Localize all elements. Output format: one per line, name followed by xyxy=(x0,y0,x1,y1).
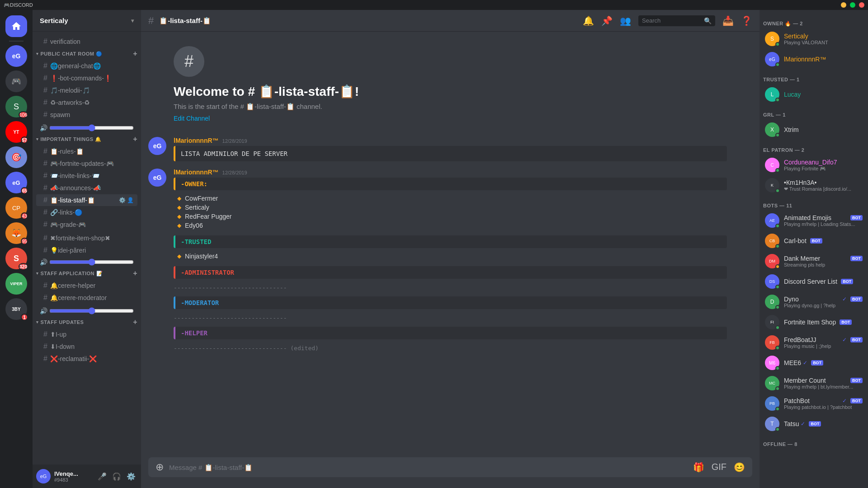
channel-hash-icon: # xyxy=(43,343,47,351)
member-row-fredboat[interactable]: FB FredBoatJJ ✓ BOT Playing music | ;)he… xyxy=(761,333,866,352)
channel-item-links[interactable]: # 🔗-links-🔵 xyxy=(36,206,137,218)
server-icon-2[interactable]: 🎮 xyxy=(5,70,27,92)
sidebar-header[interactable]: Serticaly ▾ xyxy=(33,10,141,32)
member-row-animated-emojis[interactable]: AE Animated Emojis BOT Playing m!help | … xyxy=(761,211,866,230)
channel-hash-icon: # xyxy=(43,147,47,155)
member-status-fis xyxy=(775,325,780,330)
notification-bell-icon[interactable]: 🔔 xyxy=(583,15,594,26)
message-author-2[interactable]: lMarionnnnR™ xyxy=(174,169,219,176)
microphone-icon[interactable]: 🎤 xyxy=(96,470,108,483)
server-icon-s[interactable]: S 320 xyxy=(5,248,27,269)
member-row-dank-memer[interactable]: DM Dank Memer BOT Streaming pls help xyxy=(761,251,866,271)
server-icon-3[interactable]: S 106 xyxy=(5,96,27,117)
channel-item-lista-staff[interactable]: # 📋-lista-staff-📋 ⚙️ 👤 xyxy=(36,194,137,206)
channel-item-i-up[interactable]: # ⬆I-up xyxy=(36,328,137,340)
members-icon[interactable]: 👥 xyxy=(620,15,631,26)
member-row-patchbot[interactable]: PB PatchBot ✓ BOT Playing patchbot.io | … xyxy=(761,394,866,413)
channel-item-cerere-helper[interactable]: # 🔔cerere-helper xyxy=(36,280,137,291)
member-row-tatsu[interactable]: T Tatsu ✓ BOT xyxy=(761,414,866,434)
channel-item-reclamatii[interactable]: # ❌-reclamatii-❌ xyxy=(36,353,137,365)
titlebar: 🎮 DISCORD xyxy=(0,0,868,10)
close-button[interactable] xyxy=(859,2,864,8)
server-name: Serticaly xyxy=(40,17,68,24)
category-header-public-chat[interactable]: ▾ PUBLIC CHAT ROOM 🔵 + xyxy=(33,48,141,60)
volume-slider-2[interactable] xyxy=(49,258,134,266)
channel-hash-icon: # xyxy=(43,294,47,302)
channel-item-verification[interactable]: # verification xyxy=(36,36,137,47)
channel-item-artworks[interactable]: # ♻-artworks-♻ xyxy=(36,97,137,108)
channel-item-fortnite-updates[interactable]: # 🎮-fortnite-updates-🎮 xyxy=(36,158,137,169)
settings-icon[interactable]: ⚙️ xyxy=(125,470,137,483)
channel-item-bot-commands[interactable]: # ❗-bot-commands-❗ xyxy=(36,72,137,84)
pin-icon[interactable]: 📌 xyxy=(601,15,613,26)
member-row-lucay[interactable]: L Lucay xyxy=(761,84,866,104)
member-row-corduneanu[interactable]: C Corduneanu_Difo7 Playing Fortnite 🎮 xyxy=(761,155,866,175)
server-icon-home[interactable] xyxy=(5,15,27,37)
category-add-icon[interactable]: + xyxy=(133,318,137,326)
channel-item-fortnite-shop[interactable]: # ✖fortnite-item-shop✖ xyxy=(36,232,137,244)
channel-hash-icon: # xyxy=(43,62,47,70)
server-icon-fox[interactable]: 🦊 95 xyxy=(5,222,27,244)
category-add-icon[interactable]: + xyxy=(133,50,137,58)
search-bar[interactable]: Search 🔍 xyxy=(638,15,715,26)
main-header: # 📋-lista-staff-📋 🔔 📌 👥 Search 🔍 📥 ❓ xyxy=(141,10,760,32)
member-info-lucay: Lucay xyxy=(784,91,801,98)
category-add-icon[interactable]: + xyxy=(133,135,137,143)
member-avatar-fredboat: FB xyxy=(765,335,779,350)
channel-item-rules[interactable]: # 📋-rules-📋 xyxy=(36,145,137,157)
channel-icon-big: # xyxy=(174,46,204,77)
message-input-wrapper: ⊕ 🎁 GIF 😊 xyxy=(148,457,752,477)
channel-name-i-up: ⬆I-up xyxy=(50,331,134,338)
channel-item-idei-pareri[interactable]: # 💡idei-păreri xyxy=(36,244,137,256)
maximize-button[interactable] xyxy=(850,2,855,8)
channel-item-grade[interactable]: # 🎮-grade-🎮 xyxy=(36,219,137,230)
member-sub-serticaly: Playing VALORANT xyxy=(784,40,828,45)
gift-icon[interactable]: 🎁 xyxy=(693,462,704,473)
message-input[interactable] xyxy=(169,464,688,471)
member-row-serticaly[interactable]: S Serticaly Playing VALORANT xyxy=(761,29,866,49)
member-row-carlbot[interactable]: CB Carl-bot BOT xyxy=(761,231,866,251)
emoji-icon[interactable]: 😊 xyxy=(734,462,745,473)
help-icon[interactable]: ❓ xyxy=(741,15,752,26)
category-header-staff-updates[interactable]: ▾ STAFF UPDATES + xyxy=(33,316,141,328)
channel-item-announces[interactable]: # 📣-announces-📣 xyxy=(36,182,137,194)
server-icon-cp[interactable]: CP 43 xyxy=(5,197,27,219)
channel-item-invite-links[interactable]: # 📨-invite-links-📨 xyxy=(36,170,137,182)
channel-item-melodii[interactable]: # 🎵-melodii-🎵 xyxy=(36,84,137,96)
channel-item-general-chat[interactable]: # 🌐general-chat🌐 xyxy=(36,60,137,72)
server-icon-eg[interactable]: eG xyxy=(5,45,27,67)
headphone-icon[interactable]: 🎧 xyxy=(110,470,123,483)
member-row-mee6[interactable]: M6 MEE6 ✓ BOT xyxy=(761,353,866,373)
channel-item-spawm[interactable]: # spawm xyxy=(36,109,137,121)
server-icon-eg2[interactable]: eG 65 xyxy=(5,172,27,193)
section-helper-header: -HELPER xyxy=(174,327,727,339)
verified-icon-tatsu: ✓ xyxy=(801,421,805,427)
member-row-dyno[interactable]: D Dyno ✓ BOT Playing dyno.gg | ?help xyxy=(761,292,866,312)
volume-slider-3[interactable] xyxy=(49,307,134,314)
channel-item-i-down[interactable]: # ⬇I-down xyxy=(36,341,137,352)
bot-badge-mee6: BOT xyxy=(811,360,823,366)
message-author-1[interactable]: lMarionnnnR™ xyxy=(174,137,219,144)
member-row-marionnnr[interactable]: eG lMarionnnnR™ xyxy=(761,49,866,69)
category-header-staff-application[interactable]: ▾ STAFF APPLICATION 📝 + xyxy=(33,267,141,279)
minimize-button[interactable] xyxy=(841,2,846,8)
volume-slider[interactable] xyxy=(49,124,134,131)
member-row-km1hn3[interactable]: K •Кm1Нn3А• ❤ Trust Romania [discord.io/… xyxy=(761,175,866,195)
member-row-fortnite-item-shop[interactable]: FI Fortnite Item Shop BOT xyxy=(761,312,866,332)
edit-channel-link[interactable]: Edit Channel xyxy=(174,115,210,122)
server-icon-3by[interactable]: 3BY 1 xyxy=(5,298,27,320)
member-row-xtrim[interactable]: X Xtrim xyxy=(761,120,866,140)
channel-name-spawm: spawm xyxy=(50,111,134,118)
member-row-discord-server-list[interactable]: DS Discord Server List BOT xyxy=(761,272,866,291)
member-row-member-count[interactable]: MC Member Count BOT Playing m!help | bt.… xyxy=(761,373,866,393)
category-header-important-things[interactable]: ▾ IMPORTANT THINGS 🔔 + xyxy=(33,133,141,145)
server-icon-5[interactable]: 🎯 xyxy=(5,146,27,168)
server-icon-yt[interactable]: YT 57 xyxy=(5,121,27,143)
inbox-icon[interactable]: 📥 xyxy=(722,15,734,26)
server-icon-viper[interactable]: VIPER xyxy=(5,273,27,295)
channel-item-cerere-moderator[interactable]: # 🔔cerere-moderator xyxy=(36,292,137,304)
channel-name-fortnite-shop: ✖fortnite-item-shop✖ xyxy=(50,235,134,242)
gif-icon[interactable]: GIF xyxy=(712,462,726,473)
message-add-icon[interactable]: ⊕ xyxy=(156,461,164,473)
category-add-icon[interactable]: + xyxy=(133,269,137,277)
